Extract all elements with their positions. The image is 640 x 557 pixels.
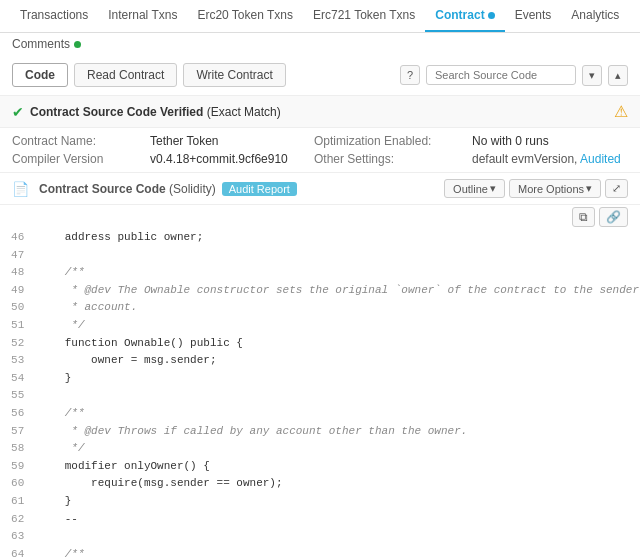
nav-tabs: Transactions Internal Txns Erc20 Token T… <box>0 0 640 33</box>
code-line: 63 <box>1 528 639 546</box>
contract-toolbar: Code Read Contract Write Contract ? ▾ ▴ <box>0 55 640 96</box>
line-number: 47 <box>1 247 34 265</box>
code-line: 57 * @dev Throws if called by any accoun… <box>1 423 639 441</box>
line-code: address public owner; <box>34 229 639 247</box>
code-line: 61 } <box>1 493 639 511</box>
line-number: 49 <box>1 282 34 300</box>
tab-erc721[interactable]: Erc721 Token Txns <box>303 0 425 32</box>
code-line: 46 address public owner; <box>1 229 639 247</box>
code-line: 51 */ <box>1 317 639 335</box>
line-number: 55 <box>1 387 34 405</box>
code-line: 50 * account. <box>1 299 639 317</box>
tab-transactions[interactable]: Transactions <box>10 0 98 32</box>
outline-chevron: ▾ <box>490 182 496 195</box>
contract-info-grid: Contract Name: Tether Token Optimization… <box>0 128 640 173</box>
line-number: 57 <box>1 423 34 441</box>
line-code: -- <box>34 511 639 529</box>
code-line: 58 */ <box>1 440 639 458</box>
verified-text: Contract Source Code Verified <box>30 105 203 119</box>
code-line: 54 } <box>1 370 639 388</box>
warning-icon: ⚠ <box>614 102 628 121</box>
line-code: * @dev The Ownable constructor sets the … <box>34 282 639 300</box>
line-number: 50 <box>1 299 34 317</box>
chevron-up-icon[interactable]: ▴ <box>608 65 628 86</box>
line-number: 51 <box>1 317 34 335</box>
fullscreen-button[interactable]: ⤢ <box>605 179 628 198</box>
code-tab-button[interactable]: Code <box>12 63 68 87</box>
other-settings-value: default evmVersion, Audited <box>472 152 628 166</box>
tab-erc20[interactable]: Erc20 Token Txns <box>187 0 303 32</box>
other-settings-label: Other Settings: <box>314 152 464 166</box>
code-line: 49 * @dev The Ownable constructor sets t… <box>1 282 639 300</box>
chevron-down-icon[interactable]: ▾ <box>582 65 602 86</box>
line-code: /** <box>34 546 639 557</box>
code-line: 53 owner = msg.sender; <box>1 352 639 370</box>
line-number: 46 <box>1 229 34 247</box>
line-number: 56 <box>1 405 34 423</box>
source-code-header: 📄 Contract Source Code (Solidity) Audit … <box>0 173 640 205</box>
other-default: default evmVersion, <box>472 152 577 166</box>
tab-events[interactable]: Events <box>505 0 562 32</box>
comments-dot <box>74 41 81 48</box>
check-icon: ✔ <box>12 104 24 120</box>
code-icons-row: ⧉ 🔗 <box>0 205 640 229</box>
copy-button[interactable]: ⧉ <box>572 207 595 227</box>
code-line: 52 function Ownable() public { <box>1 335 639 353</box>
link-button[interactable]: 🔗 <box>599 207 628 227</box>
line-code: */ <box>34 440 639 458</box>
line-code: */ <box>34 317 639 335</box>
line-code: } <box>34 370 639 388</box>
tab-info[interactable]: Info <box>629 0 640 32</box>
source-header-right: Outline ▾ More Options ▾ ⤢ <box>444 179 628 198</box>
line-number: 59 <box>1 458 34 476</box>
code-line: 47 <box>1 247 639 265</box>
audit-badge[interactable]: Audit Report <box>222 182 297 196</box>
search-input[interactable] <box>426 65 576 85</box>
line-number: 61 <box>1 493 34 511</box>
compiler-value: v0.4.18+commit.9cf6e910 <box>150 152 306 166</box>
line-number: 52 <box>1 335 34 353</box>
audited-link[interactable]: Audited <box>580 152 621 166</box>
more-options-button[interactable]: More Options ▾ <box>509 179 601 198</box>
line-number: 62 <box>1 511 34 529</box>
read-contract-button[interactable]: Read Contract <box>74 63 177 87</box>
verified-banner: ✔ Contract Source Code Verified (Exact M… <box>0 96 640 128</box>
line-number: 60 <box>1 475 34 493</box>
comments-label: Comments <box>12 37 70 51</box>
code-line: 56 /** <box>1 405 639 423</box>
document-icon: 📄 <box>12 181 29 197</box>
outline-button[interactable]: Outline ▾ <box>444 179 505 198</box>
code-container: 46 address public owner;4748 /**49 * @de… <box>0 229 640 557</box>
line-number: 48 <box>1 264 34 282</box>
tab-contract[interactable]: Contract <box>425 0 504 32</box>
line-code <box>34 247 639 265</box>
optimization-label: Optimization Enabled: <box>314 134 464 148</box>
line-code: * @dev Throws if called by any account o… <box>34 423 639 441</box>
source-title: Contract Source Code (Solidity) <box>39 182 216 196</box>
line-code <box>34 387 639 405</box>
tab-internal-txns[interactable]: Internal Txns <box>98 0 187 32</box>
line-code: * account. <box>34 299 639 317</box>
compiler-label: Compiler Version <box>12 152 142 166</box>
toolbar-right: ? ▾ ▴ <box>400 65 628 86</box>
line-number: 64 <box>1 546 34 557</box>
line-code <box>34 528 639 546</box>
exact-match-text: (Exact Match) <box>207 105 281 119</box>
line-code: } <box>34 493 639 511</box>
more-chevron: ▾ <box>586 182 592 195</box>
help-icon[interactable]: ? <box>400 65 420 85</box>
line-code: /** <box>34 264 639 282</box>
contract-name-label: Contract Name: <box>12 134 142 148</box>
contract-dot <box>488 12 495 19</box>
line-code: owner = msg.sender; <box>34 352 639 370</box>
line-code: /** <box>34 405 639 423</box>
contract-name-value: Tether Token <box>150 134 306 148</box>
line-number: 63 <box>1 528 34 546</box>
line-code: function Ownable() public { <box>34 335 639 353</box>
tab-analytics[interactable]: Analytics <box>561 0 629 32</box>
line-number: 58 <box>1 440 34 458</box>
write-contract-button[interactable]: Write Contract <box>183 63 285 87</box>
line-code: require(msg.sender == owner); <box>34 475 639 493</box>
code-line: 64 /** <box>1 546 639 557</box>
line-code: modifier onlyOwner() { <box>34 458 639 476</box>
